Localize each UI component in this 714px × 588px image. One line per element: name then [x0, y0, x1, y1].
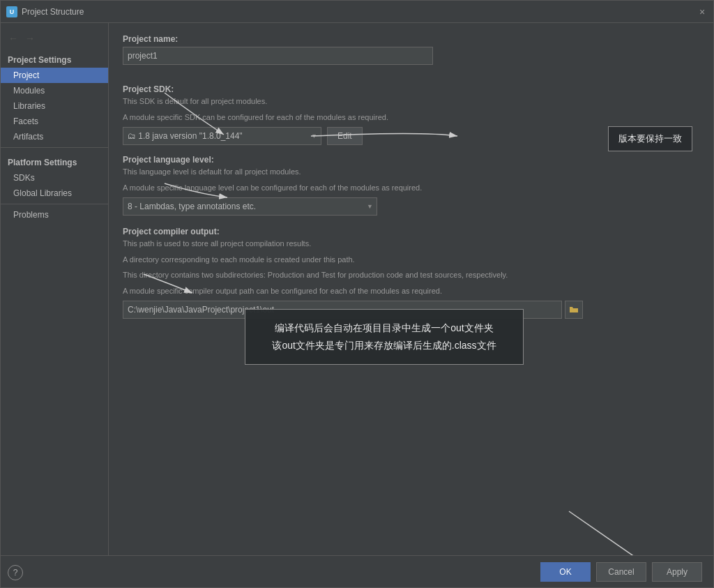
sdk-desc1: This SDK is default for all project modu… [123, 96, 699, 107]
main-panel: Project name: Project SDK: This SDK is d… [109, 23, 713, 555]
sdk-title: Project SDK: [123, 84, 699, 94]
sdk-select[interactable]: 🗂 1.8 java version "1.8.0_144" [123, 127, 321, 145]
language-desc2: A module specific language level can be … [123, 182, 699, 194]
sidebar-item-modules[interactable]: Modules [1, 83, 108, 98]
sidebar-item-project[interactable]: Project [1, 68, 108, 83]
sidebar-item-global-libraries[interactable]: Global Libraries [1, 186, 108, 201]
apply-button[interactable]: Apply [652, 562, 702, 582]
compiler-title: Project compiler output: [123, 227, 699, 236]
compiler-desc3: This directory contains two subdirectori… [123, 269, 699, 281]
project-structure-dialog: U Project Structure × ← → Project Settin… [0, 0, 714, 588]
project-name-label: Project name: [123, 34, 699, 44]
project-name-input[interactable] [123, 47, 433, 65]
sdk-desc2: A module specific SDK can be configured … [123, 112, 699, 123]
content-area: ← → Project Settings Project Modules Lib… [1, 23, 713, 555]
project-settings-header: Project Settings [1, 51, 108, 68]
sidebar-item-libraries[interactable]: Libraries [1, 98, 108, 114]
sdk-select-wrapper: 🗂 1.8 java version "1.8.0_144" [123, 127, 321, 145]
ok-button[interactable]: OK [540, 562, 591, 582]
sidebar-item-artifacts[interactable]: Artifacts [1, 129, 108, 144]
sidebar-item-facets[interactable]: Facets [1, 114, 108, 129]
sidebar-divider-2 [1, 204, 108, 204]
forward-button[interactable]: → [23, 31, 37, 45]
sidebar-divider [1, 147, 108, 148]
title-bar: U Project Structure × [1, 1, 713, 23]
browse-folder-button[interactable] [565, 301, 583, 319]
language-select-container: 8 - Lambdas, type annotations etc. [123, 197, 699, 216]
compiler-desc1: This path is used to store all project c… [123, 238, 699, 250]
sidebar-item-problems[interactable]: Problems [1, 207, 108, 223]
cancel-button[interactable]: Cancel [596, 562, 646, 582]
back-button[interactable]: ← [6, 31, 20, 45]
edit-sdk-button[interactable]: Edit [327, 127, 363, 145]
sidebar: ← → Project Settings Project Modules Lib… [1, 23, 109, 555]
language-title: Project language level: [123, 155, 699, 165]
language-level-select[interactable]: 8 - Lambdas, type annotations etc. [123, 197, 377, 216]
version-annotation: 版本要保持一致 [608, 126, 692, 151]
sidebar-item-sdks[interactable]: SDKs [1, 170, 108, 186]
language-select-wrapper: 8 - Lambdas, type annotations etc. [123, 197, 377, 216]
callout-line2: 该out文件夹是专门用来存放编译后生成的.class文件 [259, 337, 509, 354]
dialog-title: Project Structure [22, 7, 697, 17]
help-button[interactable]: ? [8, 565, 23, 580]
bottom-bar: OK Cancel Apply [1, 555, 713, 587]
callout-line1: 编译代码后会自动在项目目录中生成一个out文件夹 [259, 319, 509, 337]
compiler-desc2: A directory corresponding to each module… [123, 254, 699, 266]
platform-settings-header: Platform Settings [1, 151, 108, 170]
close-button[interactable]: × [697, 6, 708, 17]
app-icon: U [6, 6, 17, 17]
callout-annotation: 编译代码后会自动在项目目录中生成一个out文件夹 该out文件夹是专门用来存放编… [245, 309, 524, 365]
folder-icon [569, 306, 579, 314]
language-desc1: This language level is default for all p… [123, 166, 699, 178]
compiler-desc4: A module specific compiler output path c… [123, 285, 699, 297]
nav-buttons: ← → [1, 29, 108, 51]
